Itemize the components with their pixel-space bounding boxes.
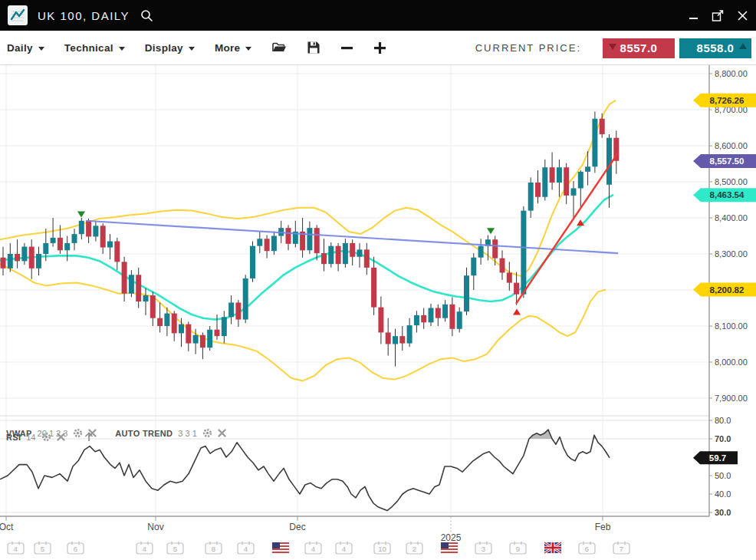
- menu-display[interactable]: Display: [145, 42, 195, 54]
- calendar-day-icon[interactable]: 6: [579, 542, 595, 554]
- minimize-button[interactable]: [689, 10, 699, 21]
- autotrend-indicator-label: AUTO TREND: [115, 429, 173, 438]
- svg-text:8,463.54: 8,463.54: [710, 190, 744, 199]
- rsi-indicator-label: RSI: [6, 433, 21, 442]
- rsi-settings-gear-icon[interactable]: [41, 432, 51, 442]
- svg-text:8: 8: [212, 545, 215, 553]
- title-bar: UK 100, DAILY: [0, 0, 756, 31]
- us-flag-icon[interactable]: [272, 542, 289, 553]
- gb-flag-icon[interactable]: [544, 542, 561, 553]
- svg-text:8,000.00: 8,000.00: [715, 357, 748, 367]
- price-rsi-chart[interactable]: 8,800.008,700.008,600.008,500.008,400.00…: [0, 65, 756, 560]
- calendar-day-icon[interactable]: 4: [238, 542, 254, 554]
- app-logo-icon: [8, 5, 28, 25]
- chevron-down-icon: [245, 47, 251, 51]
- rsi-move-pane-up-icon[interactable]: [84, 431, 94, 443]
- svg-text:8,200.82: 8,200.82: [710, 285, 744, 295]
- autotrend-settings-gear-icon[interactable]: [202, 428, 212, 438]
- calendar-day-icon[interactable]: 8: [205, 542, 222, 554]
- calendar-day-icon[interactable]: 7: [613, 542, 629, 554]
- svg-text:30.0: 30.0: [715, 508, 731, 517]
- svg-text:8,500.00: 8,500.00: [715, 177, 748, 186]
- svg-text:70.0: 70.0: [715, 434, 731, 443]
- svg-text:8,800.00: 8,800.00: [715, 69, 748, 78]
- popout-button[interactable]: [712, 9, 725, 22]
- chart-canvas[interactable]: 8,800.008,700.008,600.008,500.008,400.00…: [0, 65, 756, 560]
- svg-text:8,300.00: 8,300.00: [715, 249, 748, 259]
- menu-timeframe-label: Daily: [7, 42, 33, 54]
- rsi-indicator-row: RSI 14: [6, 431, 94, 443]
- rsi-indicator-params: 14: [26, 433, 35, 442]
- svg-text:8,726.26: 8,726.26: [710, 96, 744, 105]
- svg-text:Dec: Dec: [289, 522, 305, 532]
- menu-more[interactable]: More: [215, 42, 251, 54]
- svg-text:6: 6: [74, 545, 77, 553]
- window-title: UK 100, DAILY: [38, 9, 130, 22]
- menu-more-label: More: [215, 42, 240, 54]
- svg-text:7,900.00: 7,900.00: [715, 394, 748, 403]
- calendar-day-icon[interactable]: 4: [8, 542, 24, 554]
- autotrend-remove-icon[interactable]: [218, 429, 226, 437]
- chevron-down-icon: [38, 47, 44, 51]
- svg-text:7: 7: [620, 545, 623, 553]
- calendar-day-icon[interactable]: 4: [136, 542, 153, 554]
- zoom-in-icon[interactable]: [373, 41, 386, 54]
- svg-text:8,400.00: 8,400.00: [715, 213, 748, 222]
- svg-text:6: 6: [585, 545, 589, 553]
- ask-price-badge[interactable]: 8558.0: [679, 38, 751, 58]
- open-folder-icon[interactable]: [271, 41, 287, 54]
- calendar-day-icon[interactable]: 10: [374, 542, 390, 554]
- svg-text:2025: 2025: [441, 532, 462, 543]
- svg-text:80.0: 80.0: [715, 416, 731, 425]
- calendar-day-icon[interactable]: 6: [67, 542, 84, 554]
- svg-text:4: 4: [311, 545, 315, 553]
- rsi-remove-icon[interactable]: [57, 433, 65, 441]
- menu-technical-label: Technical: [64, 42, 113, 54]
- svg-text:59.7: 59.7: [709, 453, 726, 463]
- economic-calendar-row: 4564584441023967: [8, 542, 629, 554]
- svg-text:4: 4: [14, 545, 18, 553]
- chart-toolbar: Daily Technical Display More: [0, 31, 756, 65]
- calendar-day-icon[interactable]: 5: [167, 542, 183, 554]
- svg-text:4: 4: [342, 545, 346, 553]
- bid-price-badge[interactable]: 8557.0: [603, 38, 675, 58]
- svg-text:5: 5: [41, 545, 44, 553]
- close-button[interactable]: [737, 10, 748, 21]
- svg-text:5: 5: [173, 545, 177, 553]
- calendar-day-icon[interactable]: 5: [35, 542, 51, 554]
- save-icon[interactable]: [307, 41, 320, 54]
- current-price-group: CURRENT PRICE: 8557.0 8558.0: [475, 31, 751, 65]
- chevron-down-icon: [189, 47, 195, 51]
- price-up-arrow-icon: [739, 43, 747, 49]
- current-price-label: CURRENT PRICE:: [475, 42, 581, 54]
- chevron-down-icon: [119, 47, 125, 51]
- svg-text:10: 10: [378, 545, 386, 553]
- svg-text:9: 9: [516, 545, 520, 553]
- svg-text:4: 4: [244, 545, 248, 553]
- svg-text:3: 3: [482, 545, 485, 553]
- ask-price-value: 8558.0: [697, 41, 735, 54]
- autotrend-indicator-params: 3 3 1: [178, 429, 196, 438]
- svg-text:8,600.00: 8,600.00: [715, 141, 748, 150]
- us-flag-icon[interactable]: [441, 542, 458, 553]
- svg-text:40.0: 40.0: [715, 489, 731, 499]
- svg-text:2: 2: [413, 545, 416, 553]
- svg-text:8,557.50: 8,557.50: [710, 156, 744, 166]
- menu-timeframe[interactable]: Daily: [7, 42, 44, 54]
- calendar-day-icon[interactable]: 4: [336, 542, 352, 554]
- calendar-day-icon[interactable]: 2: [406, 542, 422, 554]
- menu-technical[interactable]: Technical: [64, 42, 125, 54]
- menu-display-label: Display: [145, 42, 183, 54]
- calendar-day-icon[interactable]: 4: [305, 542, 321, 554]
- calendar-day-icon[interactable]: 3: [475, 542, 491, 554]
- zoom-out-icon[interactable]: [340, 41, 353, 54]
- bid-price-value: 8557.0: [620, 41, 658, 54]
- svg-text:50.0: 50.0: [715, 471, 731, 480]
- svg-text:8,100.00: 8,100.00: [715, 321, 748, 331]
- svg-text:Feb: Feb: [595, 522, 611, 532]
- svg-text:4: 4: [143, 545, 146, 553]
- svg-text:Nov: Nov: [147, 522, 163, 532]
- calendar-day-icon[interactable]: 9: [510, 542, 526, 554]
- search-icon[interactable]: [140, 9, 153, 22]
- app-window: UK 100, DAILY: [0, 0, 756, 560]
